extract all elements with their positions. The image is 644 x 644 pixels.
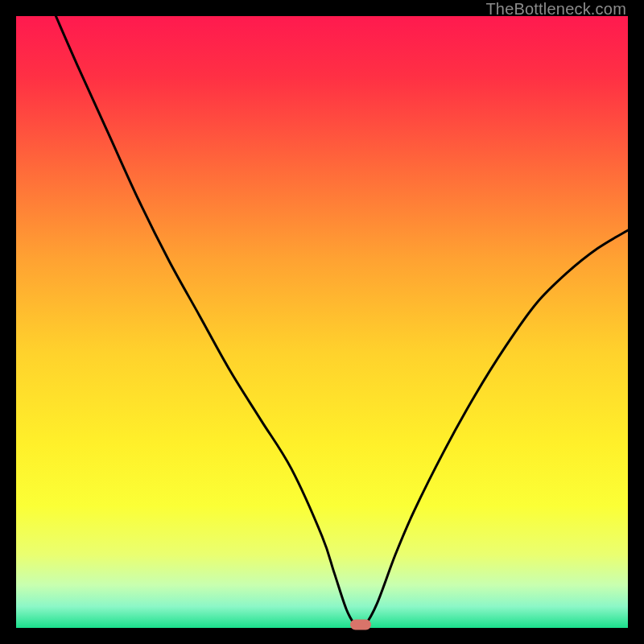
bottleneck-chart xyxy=(16,16,628,628)
watermark-text: TheBottleneck.com xyxy=(485,0,626,19)
optimal-marker xyxy=(350,620,371,630)
chart-frame xyxy=(16,16,628,628)
